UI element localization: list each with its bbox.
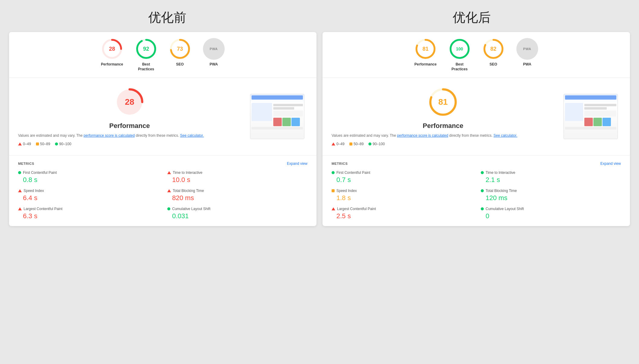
- before-seo-value: 73: [177, 46, 183, 52]
- after-fcp-value: 0.7 s: [332, 176, 472, 184]
- before-ss-bottom: [252, 127, 303, 129]
- before-si-value: 6.4 s: [18, 194, 158, 202]
- after-ss-img: [584, 110, 617, 117]
- before-si-label-row: Speed Index: [18, 189, 158, 193]
- before-pwa-circle: PWA: [203, 38, 225, 60]
- before-tbt-value: 820 ms: [167, 194, 307, 202]
- after-expand-view[interactable]: Expand view: [600, 161, 621, 166]
- after-tbt-label: Total Blocking Time: [486, 189, 517, 193]
- after-metric-fcp: First Contentful Paint 0.7 s: [332, 171, 472, 184]
- after-ss-content: [564, 101, 618, 132]
- after-tbt-label-row: Total Blocking Time: [481, 189, 621, 193]
- after-fcp-label: First Contentful Paint: [336, 171, 370, 175]
- page-container: 优化前 优化后 28 Performance: [9, 9, 630, 226]
- before-lcp-label: Largest Contentful Paint: [24, 207, 63, 211]
- before-legend: 0–49 50–89 90–100: [18, 142, 241, 146]
- after-big-score-circle: 81: [428, 87, 458, 117]
- before-desc-link2[interactable]: See calculator.: [180, 133, 204, 138]
- after-tti-value: 2.1 s: [481, 176, 621, 184]
- before-legend-orange: 50–89: [36, 142, 50, 146]
- before-screenshot: [250, 94, 304, 139]
- after-lcp-indicator: [332, 207, 335, 210]
- after-legend-triangle: [332, 142, 335, 145]
- before-seo-label: SEO: [176, 62, 184, 67]
- after-score-seo: 82 SEO: [483, 38, 504, 72]
- after-metrics-grid: First Contentful Paint 0.7 s Time to Int…: [332, 171, 621, 220]
- after-desc-mid: directly from these metrics.: [449, 133, 494, 138]
- after-legend-circle: [368, 142, 371, 145]
- after-performance-desc: Values are estimated and may vary. The p…: [332, 133, 554, 138]
- before-tti-value: 10.0 s: [167, 176, 307, 184]
- before-score-seo: 73 SEO: [169, 38, 191, 72]
- before-detail-left: 28 Performance Values are estimated and …: [18, 87, 241, 146]
- after-detail-left: 81 Performance Values are estimated and …: [332, 87, 554, 146]
- after-legend-red-label: 0–49: [336, 142, 345, 146]
- before-metrics-title: METRICS: [18, 162, 34, 165]
- after-legend-orange: 50–89: [349, 142, 364, 146]
- after-legend-green: 90–100: [368, 142, 385, 146]
- before-metrics-section: METRICS Expand view First Contentful Pai…: [9, 155, 316, 226]
- after-fcp-indicator: [332, 171, 335, 174]
- before-legend-circle: [55, 142, 58, 145]
- after-si-label-row: Speed Index: [332, 189, 472, 193]
- after-legend-square: [349, 142, 352, 145]
- titles-row: 优化前 优化后: [9, 9, 630, 26]
- after-legend-red: 0–49: [332, 142, 345, 146]
- after-panel: 81 Performance 100 BestPractices: [323, 32, 630, 226]
- before-fcp-indicator: [18, 171, 21, 174]
- before-ss-row1: [252, 103, 303, 126]
- before-legend-square: [36, 142, 39, 145]
- before-bestpractices-label: BestPractices: [138, 62, 154, 72]
- before-bestpractices-circle: 92: [135, 38, 157, 60]
- after-cls-label-row: Cumulative Layout Shift: [481, 207, 621, 211]
- after-seo-circle: 82: [483, 38, 504, 60]
- after-detail-section: 81 Performance Values are estimated and …: [323, 78, 630, 155]
- after-bestpractices-value: 100: [456, 46, 463, 51]
- before-expand-view[interactable]: Expand view: [287, 161, 307, 166]
- after-tti-label-row: Time to Interactive: [481, 171, 621, 175]
- after-si-indicator: [332, 189, 335, 192]
- before-lcp-label-row: Largest Contentful Paint: [18, 207, 158, 211]
- before-legend-green-label: 90–100: [59, 142, 71, 146]
- before-lcp-indicator: [18, 207, 22, 210]
- after-scores-section: 81 Performance 100 BestPractices: [323, 32, 630, 78]
- after-performance-circle: 81: [415, 38, 436, 60]
- after-desc-link2[interactable]: See calculator.: [493, 133, 517, 138]
- after-detail-right: [560, 87, 621, 146]
- after-desc-link1[interactable]: performance score is calculated: [397, 133, 448, 138]
- before-ss-item3: [291, 118, 300, 126]
- before-desc-link1[interactable]: performance score is calculated: [84, 133, 135, 138]
- after-metrics-header: METRICS Expand view: [332, 161, 621, 166]
- before-performance-desc: Values are estimated and may vary. The p…: [18, 133, 241, 138]
- before-si-indicator: [18, 189, 22, 192]
- after-cls-indicator: [481, 207, 484, 210]
- before-fcp-label: First Contentful Paint: [23, 171, 57, 175]
- after-metric-tbt: Total Blocking Time 120 ms: [481, 189, 621, 202]
- before-legend-green: 90–100: [55, 142, 71, 146]
- after-score-pwa: PWA PWA: [516, 38, 538, 72]
- before-ss-items: [273, 118, 303, 126]
- before-score-bestpractices: 92 BestPractices: [135, 38, 157, 72]
- after-screenshot: [564, 94, 618, 139]
- before-tbt-label: Total Blocking Time: [173, 189, 204, 193]
- after-ss-sidebar: [565, 103, 583, 121]
- before-legend-orange-label: 50–89: [40, 142, 50, 146]
- before-screenshot-inner: [250, 94, 304, 139]
- before-pwa-text: PWA: [210, 47, 218, 51]
- before-ss-item1: [273, 118, 282, 126]
- panels-row: 28 Performance 92 BestPractices: [9, 32, 630, 226]
- after-tti-label: Time to Interactive: [486, 171, 515, 175]
- before-tti-label: Time to Interactive: [173, 171, 202, 175]
- before-fcp-label-row: First Contentful Paint: [18, 171, 158, 175]
- after-bestpractices-label: BestPractices: [451, 62, 467, 72]
- after-legend-orange-label: 50–89: [354, 142, 364, 146]
- before-performance-value: 28: [109, 46, 115, 52]
- after-ss-bottom: [565, 127, 616, 129]
- after-score-bestpractices: 100 BestPractices: [449, 38, 470, 72]
- before-metric-tbt: Total Blocking Time 820 ms: [167, 189, 307, 202]
- before-ss-sidebar: [252, 103, 272, 121]
- before-ss-line2: [273, 107, 294, 110]
- before-legend-red-label: 0–49: [23, 142, 31, 146]
- before-pwa-label: PWA: [210, 62, 218, 67]
- after-pwa-circle: PWA: [516, 38, 538, 60]
